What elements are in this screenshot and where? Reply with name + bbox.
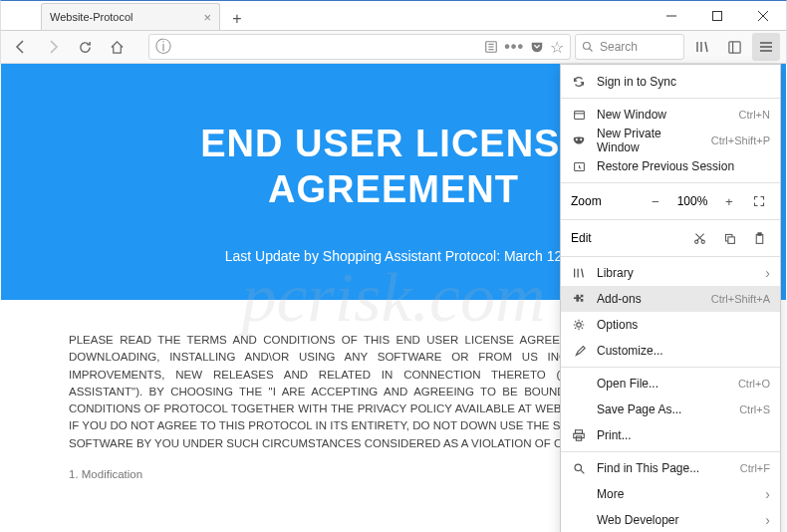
menu-sign-in-sync[interactable]: Sign in to Sync	[561, 69, 780, 95]
fullscreen-button[interactable]	[748, 190, 770, 212]
pocket-icon[interactable]	[530, 40, 544, 54]
menu-options[interactable]: Options	[561, 312, 780, 338]
home-button[interactable]	[103, 33, 131, 61]
svg-rect-28	[757, 232, 760, 234]
zoom-out-button[interactable]: −	[645, 190, 666, 212]
window-titlebar: Website-Protocol × +	[0, 0, 787, 30]
hamburger-menu-button[interactable]	[752, 33, 780, 61]
svg-line-31	[582, 269, 584, 278]
svg-point-24	[701, 240, 704, 243]
menu-customize[interactable]: Customize...	[561, 338, 780, 364]
forward-button[interactable]	[39, 33, 67, 61]
reader-mode-icon[interactable]	[484, 40, 498, 54]
chevron-right-icon: ›	[765, 512, 770, 528]
mask-icon	[571, 133, 587, 148]
menu-web-developer[interactable]: Web Developer ›	[561, 507, 780, 532]
search-bar[interactable]: Search	[575, 34, 684, 60]
menu-zoom-row: Zoom − 100% +	[561, 186, 780, 216]
menu-find[interactable]: Find in This Page... Ctrl+F	[561, 455, 780, 481]
tab-title: Website-Protocol	[50, 11, 133, 23]
app-menu: Sign in to Sync New Window Ctrl+N New Pr…	[560, 64, 781, 532]
page-actions-icon[interactable]: •••	[504, 38, 524, 56]
menu-separator	[561, 182, 780, 183]
zoom-value: 100%	[674, 194, 710, 208]
sync-icon	[571, 74, 587, 90]
svg-point-20	[576, 138, 578, 140]
close-window-button[interactable]	[740, 1, 786, 31]
menu-addons[interactable]: Add-ons Ctrl+Shift+A	[561, 286, 780, 312]
tab-strip: Website-Protocol × +	[1, 1, 649, 30]
svg-point-32	[577, 323, 581, 327]
svg-point-21	[580, 138, 582, 140]
url-bar[interactable]: ⓘ ••• ☆	[148, 34, 571, 60]
menu-separator	[561, 98, 780, 99]
menu-new-private-window[interactable]: New Private Window Ctrl+Shift+P	[561, 128, 780, 153]
paintbrush-icon	[571, 343, 587, 359]
library-icon	[571, 265, 587, 281]
svg-rect-13	[728, 41, 739, 52]
svg-line-12	[705, 42, 707, 52]
menu-new-window[interactable]: New Window Ctrl+N	[561, 102, 780, 128]
new-tab-button[interactable]: +	[224, 8, 250, 30]
svg-point-8	[584, 43, 591, 50]
svg-point-23	[694, 240, 697, 243]
menu-separator	[561, 367, 780, 368]
svg-rect-18	[574, 111, 584, 119]
svg-rect-1	[713, 12, 722, 21]
window-icon	[571, 107, 587, 123]
browser-toolbar: ⓘ ••• ☆ Search	[0, 30, 787, 64]
zoom-in-button[interactable]: +	[718, 190, 740, 212]
svg-line-37	[581, 470, 584, 473]
minimize-button[interactable]	[649, 1, 694, 31]
search-icon	[582, 41, 594, 53]
search-icon	[571, 460, 587, 476]
maximize-button[interactable]	[694, 1, 740, 31]
close-icon[interactable]: ×	[203, 10, 211, 25]
cut-button[interactable]	[688, 227, 710, 249]
reload-button[interactable]	[71, 33, 99, 61]
menu-restore-session[interactable]: Restore Previous Session	[561, 153, 780, 179]
library-button[interactable]	[688, 33, 716, 61]
puzzle-icon	[571, 291, 587, 307]
svg-line-9	[590, 49, 593, 52]
site-info-icon[interactable]: ⓘ	[155, 37, 171, 58]
restore-icon	[571, 158, 587, 174]
menu-save-page[interactable]: Save Page As... Ctrl+S	[561, 397, 780, 422]
window-controls	[649, 1, 786, 30]
menu-print[interactable]: Print...	[561, 422, 780, 448]
menu-edit-row: Edit	[561, 223, 780, 253]
menu-more[interactable]: More ›	[561, 481, 780, 507]
paste-button[interactable]	[748, 227, 770, 249]
back-button[interactable]	[7, 33, 35, 61]
copy-button[interactable]	[718, 227, 740, 249]
browser-tab[interactable]: Website-Protocol ×	[41, 3, 220, 30]
svg-point-36	[575, 464, 582, 471]
menu-separator	[561, 256, 780, 257]
printer-icon	[571, 427, 587, 443]
menu-separator	[561, 219, 780, 220]
menu-library[interactable]: Library ›	[561, 260, 780, 286]
menu-separator	[561, 451, 780, 452]
chevron-right-icon: ›	[765, 265, 770, 281]
gear-icon	[571, 317, 587, 333]
bookmark-star-icon[interactable]: ☆	[550, 38, 564, 57]
menu-open-file[interactable]: Open File... Ctrl+O	[561, 371, 780, 397]
svg-rect-26	[727, 236, 734, 243]
sidebar-button[interactable]	[720, 33, 748, 61]
search-placeholder: Search	[600, 40, 638, 54]
chevron-right-icon: ›	[765, 486, 770, 502]
